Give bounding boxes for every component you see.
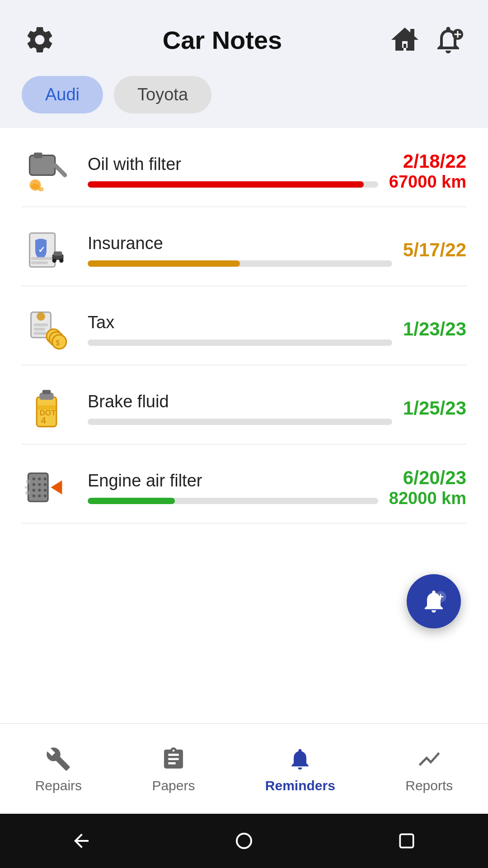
- nav-reports[interactable]: Reports: [391, 737, 467, 801]
- car-tabs: Audi Toyota: [0, 69, 488, 128]
- nav-reminders-label: Reminders: [265, 778, 335, 793]
- svg-rect-18: [34, 328, 45, 330]
- reminder-date-insurance: 5/17/22: [403, 239, 466, 261]
- reminder-name-brake: Brake fluid: [88, 392, 392, 411]
- garage-icon[interactable]: [387, 22, 423, 58]
- svg-marker-43: [51, 480, 62, 494]
- app-title: Car Notes: [58, 25, 387, 55]
- nav-reports-label: Reports: [405, 778, 453, 793]
- header: Car Notes: [0, 0, 488, 69]
- svg-rect-1: [30, 156, 55, 175]
- reminder-date-text-insurance: 5/17/22: [403, 239, 466, 261]
- reminder-content-insurance: Insurance: [88, 234, 392, 267]
- brake-icon: DOT 4: [22, 383, 71, 433]
- airfilter-icon: [22, 462, 71, 512]
- clipboard-icon: [159, 745, 188, 774]
- svg-line-3: [55, 165, 65, 175]
- svg-point-13: [52, 259, 56, 263]
- svg-rect-17: [34, 324, 48, 326]
- reminder-date-text-tax: 1/23/23: [403, 318, 466, 340]
- reminder-item-oil[interactable]: Oil with filter 2/18/22 67000 km: [22, 128, 466, 207]
- reminder-name-insurance: Insurance: [88, 234, 392, 253]
- nav-reminders[interactable]: Reminders: [251, 737, 350, 801]
- reminder-km-text-oil: 67000 km: [389, 172, 466, 192]
- reminder-date-airfilter: 6/20/23 82000 km: [389, 467, 466, 508]
- reminder-date-text-brake: 1/25/23: [403, 397, 466, 419]
- svg-point-34: [33, 483, 35, 486]
- add-reminder-fab[interactable]: [407, 574, 461, 628]
- reminder-name-airfilter: Engine air filter: [88, 471, 378, 491]
- reminder-content-brake: Brake fluid: [88, 392, 392, 425]
- svg-point-31: [33, 477, 35, 480]
- reminder-date-brake: 1/25/23: [403, 397, 466, 419]
- add-notification-icon[interactable]: [430, 22, 466, 58]
- nav-repairs[interactable]: Repairs: [21, 737, 96, 801]
- reminder-name-oil: Oil with filter: [88, 155, 378, 174]
- svg-point-32: [38, 477, 41, 480]
- svg-point-48: [237, 834, 251, 848]
- nav-papers-label: Papers: [152, 778, 195, 793]
- wrench-icon: [44, 745, 73, 774]
- reminder-item-tax[interactable]: $ Tax 1/23/23: [22, 286, 466, 365]
- svg-point-16: [37, 312, 45, 321]
- svg-point-35: [38, 483, 41, 486]
- svg-point-42: [44, 495, 47, 497]
- bottom-nav: Repairs Papers Reminders Reports: [0, 723, 488, 814]
- svg-point-38: [38, 489, 41, 491]
- svg-rect-29: [37, 406, 56, 410]
- svg-text:4: 4: [41, 415, 47, 425]
- svg-point-37: [33, 489, 35, 491]
- back-button[interactable]: [68, 827, 95, 854]
- system-bar: [0, 814, 488, 868]
- svg-point-33: [44, 477, 47, 480]
- svg-point-44: [26, 480, 30, 484]
- svg-rect-2: [34, 152, 42, 158]
- recents-button[interactable]: [393, 827, 420, 854]
- svg-point-46: [25, 491, 29, 495]
- reminder-item-insurance[interactable]: ✓ Insurance 5/17/22: [22, 207, 466, 286]
- svg-point-14: [59, 259, 63, 263]
- settings-icon[interactable]: [22, 22, 58, 58]
- svg-point-6: [38, 187, 44, 191]
- reminder-date-text-oil: 2/18/22: [389, 151, 466, 172]
- main-content: Oil with filter 2/18/22 67000 km ✓: [0, 128, 488, 723]
- chart-icon: [415, 745, 444, 774]
- svg-point-5: [31, 184, 40, 189]
- oil-icon: [22, 146, 71, 196]
- reminder-content-tax: Tax: [88, 313, 392, 346]
- svg-point-40: [33, 495, 35, 497]
- reminder-date-tax: 1/23/23: [403, 318, 466, 340]
- svg-point-39: [44, 489, 47, 491]
- reminder-km-text-airfilter: 82000 km: [389, 489, 466, 508]
- svg-text:$: $: [56, 339, 60, 347]
- svg-rect-12: [54, 251, 62, 255]
- tax-icon: $: [22, 304, 71, 354]
- tab-toyota[interactable]: Toyota: [114, 76, 211, 113]
- insurance-icon: ✓: [22, 225, 71, 275]
- svg-rect-19: [34, 332, 47, 335]
- svg-point-41: [38, 495, 41, 497]
- tab-audi[interactable]: Audi: [22, 76, 103, 113]
- reminder-name-tax: Tax: [88, 313, 392, 332]
- nav-repairs-label: Repairs: [35, 778, 82, 793]
- reminder-item-airfilter[interactable]: Engine air filter 6/20/23 82000 km: [22, 444, 466, 524]
- reminder-date-oil: 2/18/22 67000 km: [389, 151, 466, 192]
- nav-papers[interactable]: Papers: [137, 737, 209, 801]
- svg-rect-30: [28, 473, 48, 502]
- home-button[interactable]: [230, 827, 258, 854]
- reminder-date-text-airfilter: 6/20/23: [389, 467, 466, 489]
- reminder-content-oil: Oil with filter: [88, 155, 378, 188]
- svg-rect-49: [400, 834, 413, 847]
- svg-point-36: [44, 483, 47, 486]
- reminder-item-brake[interactable]: DOT 4 Brake fluid 1/25/23: [22, 365, 466, 444]
- svg-point-45: [25, 486, 28, 489]
- svg-rect-9: [31, 257, 54, 260]
- reminder-content-airfilter: Engine air filter: [88, 471, 378, 504]
- svg-text:✓: ✓: [38, 245, 45, 255]
- header-right-icons: [387, 22, 466, 58]
- reminders-list: Oil with filter 2/18/22 67000 km ✓: [0, 128, 488, 723]
- svg-rect-26: [42, 390, 51, 394]
- bell-active-icon: [286, 745, 314, 774]
- svg-rect-10: [31, 261, 48, 264]
